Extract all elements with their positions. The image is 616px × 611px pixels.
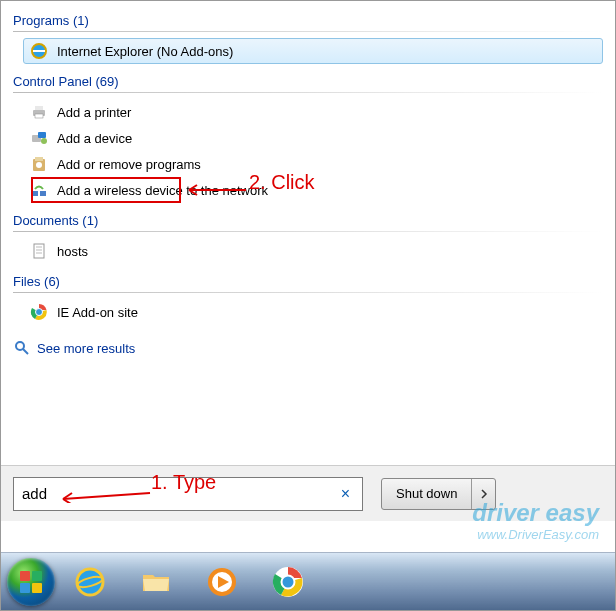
see-more-results-link[interactable]: See more results [13, 339, 603, 357]
search-box[interactable]: × [13, 477, 363, 511]
result-label: Add a printer [57, 105, 131, 120]
svg-rect-8 [35, 157, 43, 161]
svg-rect-10 [32, 191, 38, 196]
ie-icon [73, 565, 107, 599]
windows-logo-icon [16, 567, 46, 597]
result-hosts[interactable]: hosts [23, 238, 603, 264]
section-control-panel-header: Control Panel (69) [13, 74, 603, 89]
see-more-label: See more results [37, 341, 135, 356]
svg-rect-11 [40, 191, 46, 196]
result-label: Add a device [57, 131, 132, 146]
chrome-icon [29, 302, 49, 322]
media-player-icon [205, 565, 239, 599]
shutdown-label: Shut down [396, 486, 457, 501]
divider [13, 31, 603, 32]
watermark-sub: www.DriverEasy.com [472, 527, 599, 542]
taskbar-media-player[interactable] [191, 560, 253, 604]
result-add-printer[interactable]: Add a printer [23, 99, 603, 125]
device-icon [29, 128, 49, 148]
shutdown-split-button: Shut down [381, 478, 496, 510]
printer-icon [29, 102, 49, 122]
section-documents-header: Documents (1) [13, 213, 603, 228]
svg-rect-25 [32, 583, 42, 593]
ie-icon [29, 41, 49, 61]
svg-rect-2 [35, 106, 43, 110]
start-menu-search-results: Programs (1) Internet Explorer (No Add-o… [1, 1, 615, 465]
result-add-device[interactable]: Add a device [23, 125, 603, 151]
result-add-remove-programs[interactable]: Add or remove programs [23, 151, 603, 177]
result-add-wireless-device[interactable]: Add a wireless device to the network [23, 177, 603, 203]
taskbar-chrome[interactable] [257, 560, 319, 604]
svg-rect-5 [38, 132, 46, 138]
taskbar-ie[interactable] [59, 560, 121, 604]
svg-point-31 [282, 575, 295, 588]
result-label: hosts [57, 244, 88, 259]
search-input[interactable] [22, 485, 337, 502]
start-menu-bottom-bar: × Shut down [1, 465, 615, 521]
svg-rect-24 [20, 583, 30, 593]
shutdown-button[interactable]: Shut down [382, 479, 471, 509]
svg-point-9 [36, 162, 42, 168]
result-label: Add a wireless device to the network [57, 183, 268, 198]
chrome-icon [271, 565, 305, 599]
textfile-icon [29, 241, 49, 261]
result-internet-explorer[interactable]: Internet Explorer (No Add-ons) [23, 38, 603, 64]
svg-rect-23 [32, 571, 42, 581]
start-button[interactable] [7, 558, 55, 606]
svg-rect-12 [34, 244, 44, 258]
divider [13, 92, 603, 93]
shutdown-options-arrow[interactable] [471, 479, 495, 509]
svg-rect-3 [35, 114, 43, 118]
svg-point-18 [16, 342, 24, 350]
divider [13, 231, 603, 232]
result-label: IE Add-on site [57, 305, 138, 320]
svg-point-17 [36, 309, 43, 316]
section-programs-header: Programs (1) [13, 13, 603, 28]
taskbar [1, 552, 615, 610]
svg-rect-22 [20, 571, 30, 581]
result-label: Add or remove programs [57, 157, 201, 172]
folder-icon [139, 565, 173, 599]
result-label: Internet Explorer (No Add-ons) [57, 44, 233, 59]
wireless-icon [29, 180, 49, 200]
clear-search-button[interactable]: × [337, 485, 354, 503]
search-icon [13, 339, 31, 357]
divider [13, 292, 603, 293]
programs-icon [29, 154, 49, 174]
taskbar-explorer[interactable] [125, 560, 187, 604]
section-files-header: Files (6) [13, 274, 603, 289]
svg-line-19 [23, 349, 28, 354]
result-ie-addon-site[interactable]: IE Add-on site [23, 299, 603, 325]
svg-point-6 [41, 138, 47, 144]
